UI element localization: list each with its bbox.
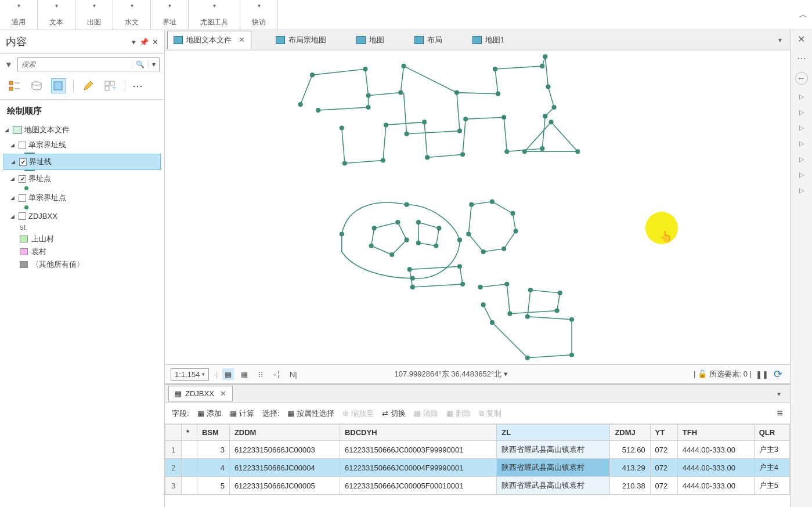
svg-marker-13 xyxy=(410,266,463,287)
svg-point-69 xyxy=(481,249,486,254)
col-qlr[interactable]: QLR xyxy=(754,425,789,441)
explore-icon[interactable]: ▦ xyxy=(222,368,234,380)
clear-button[interactable]: ▦ 清除 xyxy=(414,408,438,419)
snap-icon[interactable]: + xyxy=(103,78,118,93)
zoom-to-button[interactable]: ⊕ 缩放至 xyxy=(342,408,374,419)
expand-icon[interactable]: ▷ xyxy=(799,124,804,132)
checkbox[interactable] xyxy=(19,175,26,183)
col-zdmj[interactable]: ZDMJ xyxy=(610,425,650,441)
search-dropdown-icon[interactable]: ▾ xyxy=(148,60,159,68)
svg-point-33 xyxy=(342,161,347,165)
svg-point-72 xyxy=(504,282,509,287)
svg-point-80 xyxy=(525,356,530,360)
tab-map1[interactable]: 地图1 xyxy=(467,31,510,49)
tabs-dropdown-icon[interactable]: ▾ xyxy=(773,36,788,44)
map-frame[interactable]: ◢ 地图文本文件 xyxy=(3,122,161,137)
tab-map-text[interactable]: 地图文本文件✕ xyxy=(167,31,251,49)
col-bsm[interactable]: BSM xyxy=(197,425,229,441)
close-icon[interactable]: ✕ xyxy=(239,35,245,44)
filter-icon[interactable]: ▼ xyxy=(5,60,14,69)
ribbon-group-export[interactable]: ▾出图 xyxy=(75,0,113,30)
table-menu-icon[interactable]: ≡ xyxy=(777,407,783,419)
col-yt[interactable]: YT xyxy=(650,425,677,441)
edit-icon[interactable] xyxy=(81,78,96,93)
more-icon[interactable]: ⋯ xyxy=(132,79,144,92)
calculate-button[interactable]: ▦ 计算 xyxy=(230,408,254,419)
col-star[interactable]: * xyxy=(182,425,197,441)
ribbon-group-parcel[interactable]: ▾界址 xyxy=(151,0,189,30)
table-icon: ▦ xyxy=(175,389,182,398)
panel-dropdown-icon[interactable]: ▾ xyxy=(132,38,136,46)
layer-zdjbxx[interactable]: ◢ ZDJBXX xyxy=(3,209,161,223)
back-icon[interactable]: ← xyxy=(795,72,808,85)
tab-layout-parcel[interactable]: 布局宗地图 xyxy=(270,31,332,49)
svg-point-67 xyxy=(513,229,518,233)
list-by-drawing-icon[interactable] xyxy=(7,78,22,93)
col-zl[interactable]: ZL xyxy=(497,425,610,441)
col-rownum[interactable] xyxy=(165,425,182,441)
ribbon-group-general[interactable]: ▾通用 xyxy=(0,0,38,30)
select-by-attr-button[interactable]: ▦ 按属性选择 xyxy=(287,408,334,419)
add-field-button[interactable]: ▦ 添加 xyxy=(197,408,222,419)
svg-point-40 xyxy=(501,115,506,119)
refresh-icon[interactable]: ⟳ xyxy=(773,368,784,380)
catalog-icon[interactable]: ⋯ xyxy=(797,53,806,64)
grid-icon[interactable]: ▦ xyxy=(239,368,250,380)
ribbon-group-quick[interactable]: ▾快访 xyxy=(240,0,278,30)
checkbox[interactable] xyxy=(19,194,26,202)
close-view-icon[interactable]: ✕ xyxy=(797,34,805,45)
ribbon-group-text[interactable]: ▾文本 xyxy=(38,0,75,30)
svg-point-50 xyxy=(410,276,415,280)
expand-icon[interactable]: ▷ xyxy=(799,187,804,194)
col-bdcdyh[interactable]: BDCDYH xyxy=(340,425,496,441)
layer-jiezhi-point[interactable]: ◢ 界址点 xyxy=(3,171,161,186)
svg-point-65 xyxy=(490,199,495,204)
expand-icon[interactable]: ▷ xyxy=(799,171,804,179)
table-tab-zdjbxx[interactable]: ▦ ZDJBXX ✕ xyxy=(168,386,233,401)
svg-point-73 xyxy=(507,311,512,316)
checkbox[interactable] xyxy=(19,158,27,166)
pause-drawing-icon[interactable]: ❚❚ xyxy=(756,368,768,380)
expand-icon[interactable]: ▷ xyxy=(799,140,804,147)
table-tabs-dropdown-icon[interactable]: ▾ xyxy=(771,390,786,398)
layer-danzong-line[interactable]: ◢ 单宗界址线 xyxy=(3,137,161,153)
table-row[interactable]: 13612233150666JC00003612233150666JC00003… xyxy=(165,441,790,459)
scale-input[interactable]: 1:1,154▾ xyxy=(171,368,209,381)
coords-dropdown-icon[interactable]: ▾ xyxy=(504,370,508,378)
switch-button[interactable]: ⇄ 切换 xyxy=(382,408,406,419)
search-input[interactable]: 🔍 ▾ xyxy=(17,57,160,71)
checkbox[interactable] xyxy=(19,212,26,220)
panel-pin-icon[interactable]: 📌 xyxy=(139,38,149,46)
search-icon[interactable]: 🔍 xyxy=(132,60,148,68)
table-row[interactable]: 24612233150666JC00004612233150666JC00004… xyxy=(165,459,790,477)
ribbon-collapse-icon[interactable]: ︿ xyxy=(795,0,812,30)
col-tfh[interactable]: TFH xyxy=(677,425,754,441)
tab-map[interactable]: 地图 xyxy=(351,31,390,49)
list-by-selection-icon[interactable] xyxy=(51,78,66,93)
ribbon-group-youtu[interactable]: ▾尤图工具 xyxy=(189,0,240,30)
list-by-source-icon[interactable] xyxy=(29,78,44,93)
table-grid[interactable]: * BSM ZDDM BDCDYH ZL ZDMJ YT TFH QLR 136… xyxy=(165,424,790,507)
expand-icon[interactable]: ▷ xyxy=(799,108,804,116)
expand-icon[interactable]: ▷ xyxy=(799,155,804,163)
col-zddm[interactable]: ZDDM xyxy=(229,425,340,441)
layer-danzong-point[interactable]: ◢ 单宗界址点 xyxy=(3,190,161,205)
snap-settings-icon[interactable]: ⁝⁝ xyxy=(255,368,266,380)
ribbon-group-hydro[interactable]: ▾水文 xyxy=(113,0,151,30)
svg-point-57 xyxy=(436,226,441,230)
map-canvas[interactable]: 👆 xyxy=(165,50,790,365)
checkbox[interactable] xyxy=(19,142,26,149)
panel-close-icon[interactable]: ✕ xyxy=(152,38,158,46)
copy-button[interactable]: ⧉ 复制 xyxy=(479,408,501,419)
corrections-icon[interactable]: N| xyxy=(287,368,299,380)
expand-icon[interactable]: ▷ xyxy=(799,93,804,100)
svg-point-30 xyxy=(405,132,409,136)
table-of-contents: ◢ 地图文本文件 ◢ 单宗界址线 ◢ 界址线 ◢ 界址点 ◢ 单宗界址点 xyxy=(0,120,164,507)
tab-layout[interactable]: 布局 xyxy=(409,31,448,49)
delete-button[interactable]: ▦ 删除 xyxy=(446,408,471,419)
close-icon[interactable]: ✕ xyxy=(220,389,226,398)
constraints-icon[interactable]: ◦╎ xyxy=(271,368,283,380)
svg-point-36 xyxy=(422,119,427,124)
layer-jiezhi-line[interactable]: ◢ 界址线 xyxy=(3,154,161,170)
table-row[interactable]: 35612233150666JC00005612233150666JC00005… xyxy=(165,477,790,495)
